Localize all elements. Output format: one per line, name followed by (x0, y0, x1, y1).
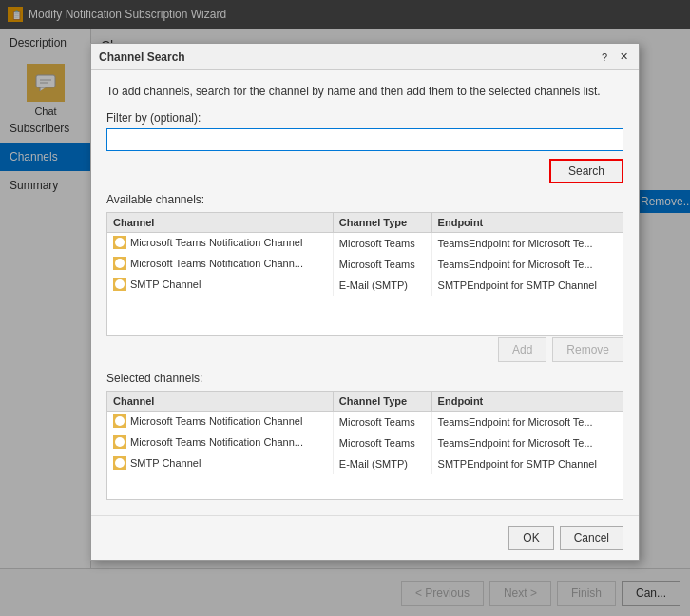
avail-endpoint-1: TeamsEndpoint for Microsoft Te... (431, 254, 623, 275)
sel-col-channel: Channel (107, 392, 333, 412)
dialog-title-controls: ? ✕ (597, 49, 631, 65)
selected-header-row: Channel Channel Type Endpoint (107, 392, 623, 412)
dialog-footer: OK Cancel (91, 515, 639, 560)
sel-channel-0: Microsoft Teams Notification Channel (107, 411, 333, 433)
avail-endpoint-2: SMTPEndpoint for SMTP Channel (431, 275, 623, 296)
sel-col-channel-type: Channel Type (333, 392, 431, 412)
sel-endpoint-1: TeamsEndpoint for Microsoft Te... (431, 433, 623, 453)
channel-icon-0 (113, 236, 126, 249)
sel-channel-icon-1 (113, 435, 126, 449)
col-channel-type: Channel Type (333, 213, 431, 233)
add-remove-row: Add Remove (106, 337, 623, 362)
selected-channels-table: Channel Channel Type Endpoint Microsoft … (106, 391, 623, 500)
avail-type-0: Microsoft Teams (333, 232, 431, 254)
available-row[interactable]: SMTP Channel E-Mail (SMTP) SMTPEndpoint … (107, 275, 623, 296)
avail-channel-1: Microsoft Teams Notification Chann... (107, 254, 333, 275)
search-button[interactable]: Search (549, 159, 623, 183)
selected-row[interactable]: Microsoft Teams Notification Chann... Mi… (107, 433, 623, 453)
available-header-row: Channel Channel Type Endpoint (107, 213, 623, 233)
sel-col-endpoint: Endpoint (431, 392, 623, 412)
search-row: Search (106, 159, 623, 183)
avail-channel-2: SMTP Channel (107, 275, 333, 296)
add-button[interactable]: Add (498, 337, 546, 362)
col-endpoint: Endpoint (431, 213, 623, 233)
sel-channel-2: SMTP Channel (107, 453, 333, 474)
channel-icon-1 (113, 257, 126, 270)
sel-type-0: Microsoft Teams (333, 411, 431, 433)
available-channels-table: Channel Channel Type Endpoint Microsoft … (106, 212, 623, 336)
available-row[interactable]: Microsoft Teams Notification Channel Mic… (107, 232, 623, 254)
dialog-body: To add channels, search for the channel … (91, 70, 639, 515)
available-row[interactable]: Microsoft Teams Notification Chann... Mi… (107, 254, 623, 275)
sel-channel-icon-2 (113, 456, 126, 470)
remove-avail-button[interactable]: Remove (552, 337, 623, 362)
avail-endpoint-0: TeamsEndpoint for Microsoft Te... (431, 232, 623, 254)
dialog-info: To add channels, search for the channel … (106, 84, 623, 100)
dialog-cancel-button[interactable]: Cancel (560, 526, 623, 550)
sel-channel-1: Microsoft Teams Notification Chann... (107, 433, 333, 453)
sel-type-2: E-Mail (SMTP) (333, 453, 431, 474)
sel-channel-icon-0 (113, 414, 126, 428)
avail-type-1: Microsoft Teams (333, 254, 431, 275)
help-button[interactable]: ? (597, 49, 612, 65)
ok-button[interactable]: OK (508, 526, 553, 550)
channel-icon-2 (113, 278, 126, 291)
col-channel: Channel (107, 213, 333, 233)
dialog-title: Channel Search (99, 50, 185, 64)
sel-endpoint-2: SMTPEndpoint for SMTP Channel (431, 453, 623, 474)
channel-search-dialog: Channel Search ? ✕ To add channels, sear… (90, 43, 640, 561)
avail-channel-0: Microsoft Teams Notification Channel (107, 232, 333, 254)
close-button[interactable]: ✕ (616, 49, 631, 65)
selected-channels-label: Selected channels: (106, 372, 623, 385)
selected-row[interactable]: SMTP Channel E-Mail (SMTP) SMTPEndpoint … (107, 453, 623, 474)
selected-row[interactable]: Microsoft Teams Notification Channel Mic… (107, 411, 623, 433)
sel-type-1: Microsoft Teams (333, 433, 431, 453)
available-channels-label: Available channels: (106, 193, 623, 206)
avail-type-2: E-Mail (SMTP) (333, 275, 431, 296)
filter-input[interactable] (106, 128, 623, 151)
dialog-titlebar: Channel Search ? ✕ (91, 44, 639, 70)
sel-endpoint-0: TeamsEndpoint for Microsoft Te... (431, 411, 623, 433)
filter-label: Filter by (optional): (106, 111, 623, 125)
